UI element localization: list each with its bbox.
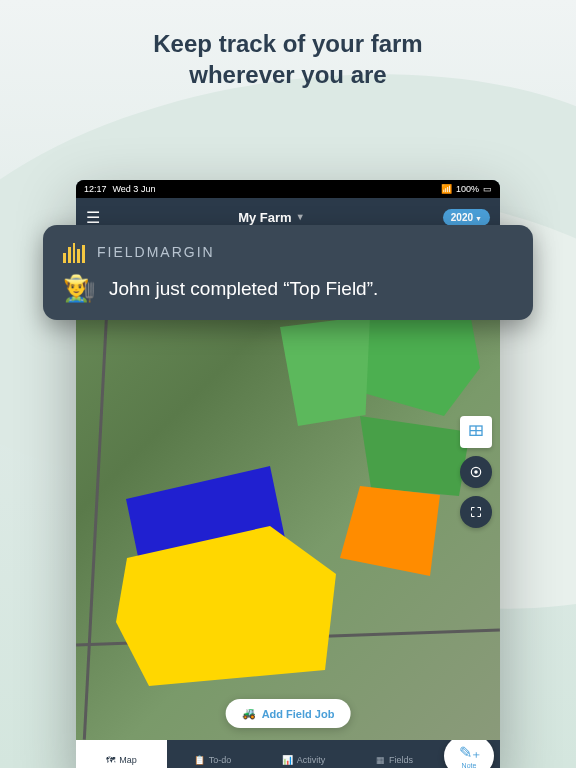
chevron-down-icon: ▼ [296, 212, 305, 222]
status-date: Wed 3 Jun [113, 184, 156, 194]
expand-button[interactable] [460, 496, 492, 528]
farm-name: My Farm [238, 210, 291, 225]
pen-plus-icon: ✎₊ [459, 743, 480, 762]
status-time: 12:17 [84, 184, 107, 194]
nav-fields[interactable]: ▦ Fields [349, 740, 440, 768]
nav-label: Activity [297, 755, 326, 765]
headline-line-2: wherever you are [40, 59, 536, 90]
menu-button[interactable]: ☰ [86, 208, 100, 227]
bottom-nav: 🗺 Map 📋 To-do 📊 Activity ▦ Fields ✎₊ Not… [76, 740, 500, 768]
add-field-job-button[interactable]: 🚜 Add Field Job [226, 699, 351, 728]
battery-percent: 100% [456, 184, 479, 194]
notification-toast[interactable]: FIELDMARGIN 👨‍🌾 John just completed “Top… [43, 225, 533, 320]
tractor-icon: 🚜 [242, 707, 256, 720]
marketing-headline: Keep track of your farm wherever you are [0, 0, 576, 90]
field-polygon[interactable] [360, 416, 470, 496]
nav-label: Note [462, 762, 477, 768]
nav-activity[interactable]: 📊 Activity [258, 740, 349, 768]
locate-button[interactable] [460, 456, 492, 488]
notification-message: John just completed “Top Field”. [109, 278, 378, 300]
notification-header: FIELDMARGIN [63, 241, 513, 263]
nav-label: Map [119, 755, 137, 765]
layers-button[interactable] [460, 416, 492, 448]
nav-map[interactable]: 🗺 Map [76, 740, 167, 768]
farmer-emoji-icon: 👨‍🌾 [63, 273, 95, 304]
nav-label: Fields [389, 755, 413, 765]
field-polygon[interactable] [280, 316, 370, 426]
farm-selector[interactable]: My Farm ▼ [238, 210, 304, 225]
fields-icon: ▦ [376, 755, 385, 765]
todo-icon: 📋 [194, 755, 205, 765]
map-icon: 🗺 [106, 755, 115, 765]
year-selector[interactable]: 2020▼ [443, 209, 490, 226]
wifi-icon: 📶 [441, 184, 452, 194]
notification-app-name: FIELDMARGIN [97, 244, 215, 260]
app-logo-icon [63, 241, 85, 263]
chevron-down-icon: ▼ [475, 215, 482, 222]
svg-point-2 [475, 471, 477, 473]
nav-todo[interactable]: 📋 To-do [167, 740, 258, 768]
add-job-label: Add Field Job [262, 708, 335, 720]
field-polygon[interactable] [340, 486, 440, 576]
nav-label: To-do [209, 755, 232, 765]
notification-body: 👨‍🌾 John just completed “Top Field”. [63, 273, 513, 304]
headline-line-1: Keep track of your farm [40, 28, 536, 59]
activity-icon: 📊 [282, 755, 293, 765]
battery-icon: ▭ [483, 184, 492, 194]
status-bar: 12:17 Wed 3 Jun 📶 100% ▭ [76, 180, 500, 198]
map-controls [460, 416, 492, 528]
